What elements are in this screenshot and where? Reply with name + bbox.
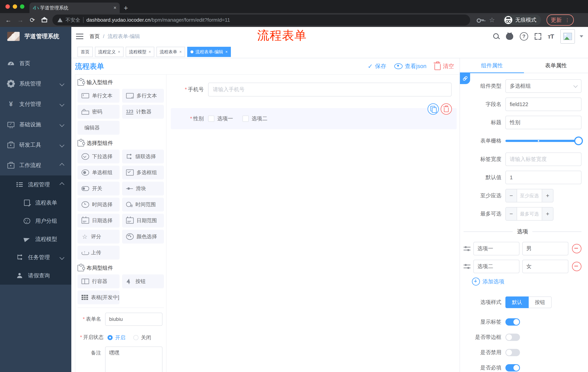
decrement-button[interactable]: − [506, 207, 517, 220]
bookmark-star-icon[interactable]: ☆ [489, 16, 495, 24]
hamburger-icon[interactable] [76, 34, 83, 39]
link-handle[interactable] [460, 73, 470, 84]
option-label-input[interactable]: 选项一 [473, 242, 519, 255]
sidebar-item-11[interactable]: 请假查询 [0, 266, 71, 285]
tab-close-icon[interactable]: × [114, 5, 116, 11]
increment-button[interactable]: + [542, 207, 553, 220]
component-chip-color[interactable]: 颜色选择 [122, 230, 164, 244]
component-chip-lock[interactable]: 密码 [77, 105, 119, 119]
add-option-link[interactable]: 添加选项 [472, 277, 581, 286]
remove-option-icon[interactable] [572, 244, 581, 253]
form-name-input[interactable]: biubiu [105, 313, 162, 326]
maximize-window-button[interactable] [20, 4, 24, 9]
sidebar-item-4[interactable]: 研发工具 [0, 135, 71, 155]
component-chip-switch[interactable]: 开关 [77, 182, 119, 195]
minimize-window-button[interactable] [13, 4, 17, 9]
field-name-input[interactable]: field122 [505, 97, 581, 111]
tag-chip-4[interactable]: 流程表单-编辑 × [187, 47, 231, 57]
fullscreen-icon[interactable] [535, 33, 541, 40]
label-width-input[interactable]: 请输入标签宽度 [505, 152, 581, 166]
chevron-down-icon[interactable] [580, 35, 583, 37]
back-icon[interactable]: ← [4, 16, 12, 24]
drag-handle-icon[interactable] [463, 246, 471, 252]
sidebar-item-7[interactable]: 流程表单 [0, 194, 71, 212]
style-option-0[interactable]: 默认 [505, 297, 529, 308]
tag-close-icon[interactable]: × [118, 50, 120, 54]
tag-chip-0[interactable]: 首页 × [77, 47, 93, 57]
url-text[interactable]: dashboard.yudao.iocoder.cn/bpm/manager/f… [86, 17, 230, 23]
window-controls[interactable] [0, 0, 30, 13]
component-chip-row[interactable]: 行容器 [77, 275, 119, 288]
option-label-input[interactable]: 选项二 [473, 260, 519, 273]
home-icon[interactable] [40, 16, 48, 24]
component-chip-counter[interactable]: 123 计数器 [122, 105, 164, 119]
clear-button[interactable]: 清空 [434, 63, 454, 70]
delete-component-button[interactable] [441, 103, 452, 115]
browser-menu-icon[interactable]: ⋮ [565, 17, 570, 23]
phone-field-input[interactable]: 请输入手机号 [208, 83, 452, 96]
save-button[interactable]: ✓保存 [368, 63, 386, 70]
view-json-button[interactable]: 查看json [394, 63, 426, 70]
checkbox-icon[interactable] [242, 116, 249, 122]
component-chip-button[interactable]: 按钮 [122, 275, 164, 288]
component-chip-slider[interactable]: 滑块 [122, 182, 164, 195]
component-chip-timerange[interactable]: 时间范围 [122, 198, 164, 212]
component-chip-date[interactable]: 日期选择 [77, 214, 119, 227]
decrement-button[interactable]: − [506, 189, 517, 202]
form-remark-textarea[interactable]: 嘿嘿 [105, 347, 162, 372]
address-bar[interactable]: 不安全 dashboard.yudao.iocoder.cn/bpm/manag… [52, 15, 470, 25]
copy-component-button[interactable] [428, 103, 439, 115]
toggle-1-off[interactable] [505, 334, 520, 341]
form-canvas[interactable]: 手机号 请输入手机号 性别 选项一 选项二 [167, 74, 460, 372]
forward-icon[interactable]: → [16, 16, 24, 24]
min-select-input[interactable]: 至少应选 [517, 189, 542, 202]
component-chip-clock[interactable]: 时间选择 [77, 198, 119, 212]
checkbox-option[interactable]: 选项一 [208, 115, 233, 122]
component-chip-date[interactable]: 日期范围 [122, 214, 164, 227]
checkbox-icon[interactable] [208, 116, 214, 122]
component-chip-checkbox[interactable]: 多选框组 [122, 166, 164, 180]
title-input[interactable]: 性别 [505, 116, 581, 129]
option-value-input[interactable]: 男 [522, 242, 568, 255]
sidebar-item-9[interactable]: 流程模型 [0, 230, 71, 248]
tag-chip-3[interactable]: 流程表单 × [157, 47, 185, 57]
component-type-select[interactable]: 多选框组 [505, 79, 581, 93]
checkbox-option[interactable]: 选项二 [242, 115, 267, 122]
sidebar-item-0[interactable]: 首页 [0, 53, 71, 74]
component-chip-table[interactable]: 表格[开发中] [77, 290, 119, 304]
tag-close-icon[interactable]: × [179, 50, 182, 54]
browser-tab[interactable]: 芋道管理系统 × [30, 2, 120, 13]
toggle-2-off[interactable] [505, 349, 520, 356]
sidebar-item-1[interactable]: 系统管理 [0, 74, 71, 94]
option-value-input[interactable]: 女 [522, 260, 568, 273]
tag-close-icon[interactable]: × [225, 50, 228, 54]
component-chip-input[interactable]: 单行文本 [77, 89, 119, 103]
sidebar-item-5[interactable]: 工作流程 [0, 155, 71, 175]
selected-component-gender[interactable]: 性别 选项一 选项二 [171, 108, 457, 129]
phone-field-row[interactable]: 手机号 请输入手机号 [171, 83, 452, 96]
help-icon[interactable]: ? [520, 32, 528, 41]
breadcrumb-home[interactable]: 首页 [90, 33, 100, 40]
new-tab-button[interactable]: + [124, 4, 128, 12]
tag-chip-1[interactable]: 流程定义 × [95, 47, 124, 57]
tab-component-props[interactable]: 组件属性 [460, 58, 524, 73]
style-option-1[interactable]: 按钮 [529, 297, 552, 308]
close-window-button[interactable] [5, 4, 10, 9]
security-label[interactable]: 不安全 [65, 17, 80, 23]
component-chip-textarea[interactable]: 多行文本 [122, 89, 164, 103]
avatar[interactable] [560, 29, 575, 44]
toggle-3-on[interactable] [505, 364, 520, 372]
tab-form-props[interactable]: 表单属性 [524, 58, 588, 73]
slider-handle[interactable] [574, 137, 583, 145]
tag-close-icon[interactable]: × [149, 50, 151, 54]
status-closed-radio[interactable]: 关闭 [133, 334, 151, 341]
sidebar-logo[interactable]: 芋道管理系统 [0, 27, 71, 46]
sidebar-item-2[interactable]: ¥ 支付管理 [0, 94, 71, 114]
component-chip-radio[interactable]: 单选框组 [77, 166, 119, 180]
password-key-icon[interactable] [477, 18, 484, 22]
component-chip-select[interactable]: 下拉选择 [77, 149, 119, 163]
sidebar-item-6[interactable]: 流程管理 [0, 175, 71, 194]
remove-option-icon[interactable] [572, 262, 581, 271]
component-chip-none[interactable]: 编辑器 [77, 121, 119, 135]
sidebar-item-10[interactable]: 任务管理 [0, 248, 71, 266]
